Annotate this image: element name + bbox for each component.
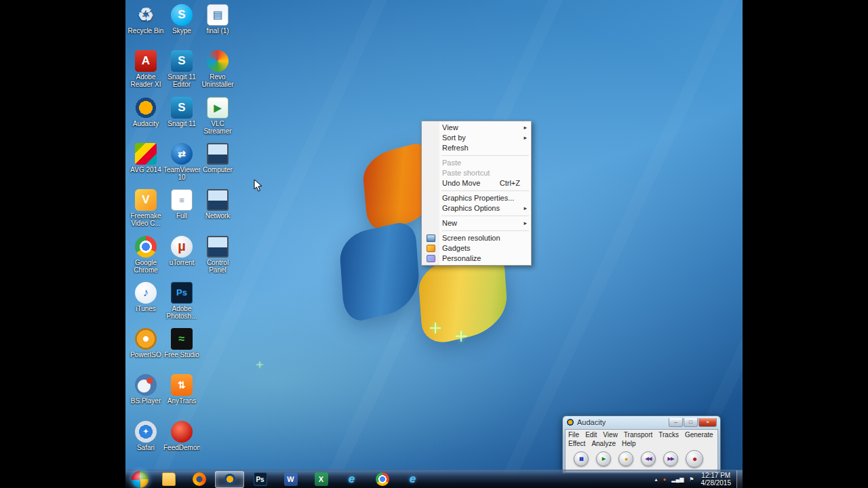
audacity-menubar: FileEditViewTransportTracksGenerateEffec… — [566, 430, 717, 448]
taskbar: PsWXee ▴●▂▄▆⚑ 12:17 PM 4/28/2015 — [125, 470, 743, 488]
desktop-icon-label: Recycle Bin — [127, 27, 164, 35]
desktop-icon-vlc-streamer-helper[interactable]: ▶VLC Streamer Helper — [199, 97, 236, 136]
audacity-titlebar[interactable]: Audacity –□× — [563, 416, 720, 428]
menu-item-view[interactable]: View▸ — [422, 123, 531, 133]
taskbar-photoshop[interactable]: Ps — [245, 471, 275, 488]
desktop-icon-adobe-reader-xi[interactable]: AAdobe Reader XI — [127, 50, 164, 88]
menu-separator — [441, 230, 529, 231]
desktop-icon-label: Snagit 11 — [163, 120, 200, 127]
tray-network-icon[interactable]: ▂▄▆ — [671, 476, 684, 483]
audacity-menu-effect[interactable]: Effect — [568, 439, 585, 448]
desktop-icon-skype[interactable]: SSkype — [163, 4, 200, 35]
taskbar-windows-explorer[interactable] — [154, 471, 183, 488]
audacity-menu-generate[interactable]: Generate — [685, 430, 713, 439]
minimize-button[interactable]: – — [669, 418, 683, 427]
desktop-icon-label: BS.Player — [127, 397, 164, 405]
desktop-icon-google-chrome[interactable]: Google Chrome — [127, 236, 164, 274]
audacity-menu-view[interactable]: View — [603, 430, 618, 439]
menu-item-undo-move[interactable]: Undo MoveCtrl+Z — [422, 178, 531, 188]
desktop-icon-full[interactable]: ≡Full — [163, 189, 200, 220]
desktop-icon-bs-player[interactable]: BS.Player — [127, 374, 164, 405]
skype-icon: S — [171, 4, 193, 26]
desktop-icon-final-1[interactable]: ▤final (1) — [199, 4, 236, 35]
pause-button[interactable]: ▮▮ — [574, 451, 589, 466]
audacity-menu-transport[interactable]: Transport — [624, 430, 652, 439]
document-icon: ≡ — [171, 189, 193, 211]
desktop-icon-safari[interactable]: ✦Safari — [127, 421, 164, 451]
desktop-icon-adobe-photosh[interactable]: PsAdobe Photosh... — [163, 282, 200, 320]
taskbar-internet-explorer[interactable]: e — [337, 471, 366, 488]
desktop-icon-label: AVG 2014 — [127, 166, 164, 174]
window-controls: –□× — [668, 418, 717, 427]
menu-item-refresh[interactable]: Refresh — [422, 143, 531, 153]
menu-item-label: Paste shortcut — [442, 168, 531, 178]
desktop-icon-label: Adobe Reader XI — [127, 73, 164, 88]
audacity-window[interactable]: Audacity –□× FileEditViewTransportTracks… — [562, 415, 721, 474]
stop-button[interactable]: ■ — [618, 451, 633, 466]
desktop-icon-control-panel[interactable]: Control Panel — [199, 236, 236, 274]
menu-item-graphics-properties[interactable]: Graphics Properties... — [422, 193, 531, 203]
audacity-menu-file[interactable]: File — [568, 430, 579, 439]
taskbar-audacity[interactable] — [215, 471, 244, 488]
record-button[interactable]: ● — [686, 450, 703, 468]
taskbar-excel[interactable]: X — [307, 471, 336, 488]
audacity-menu-edit[interactable]: Edit — [585, 430, 597, 439]
desktop-icon-teamviewer-10[interactable]: ⇄TeamViewer 10 — [163, 143, 200, 181]
revo-uninstaller-icon — [207, 50, 229, 72]
freemake-icon: V — [135, 189, 157, 211]
skip-start-button[interactable]: ◀◀ — [641, 451, 656, 466]
play-button[interactable]: ▶ — [596, 451, 611, 466]
menu-item-graphics-options[interactable]: Graphics Options▸ — [422, 203, 531, 214]
audacity-app-icon — [566, 418, 574, 426]
desktop-icon-network[interactable]: Network — [199, 189, 236, 220]
desktop-icon-freemake-video-c[interactable]: VFreemake Video C... — [127, 189, 164, 227]
close-button[interactable]: × — [698, 418, 717, 427]
menu-item-label: View — [442, 123, 531, 133]
desktop-icon-feeddemon[interactable]: FeedDemon — [163, 421, 200, 451]
vlc-streamer-icon: ▶ — [207, 97, 229, 119]
tray-antivirus-status-icon[interactable]: ● — [663, 476, 667, 483]
desktop-icon-recycle-bin[interactable]: ♻Recycle Bin — [127, 4, 164, 35]
desktop-icon-utorrent[interactable]: µuTorrent — [163, 236, 200, 266]
menu-item-label: Graphics Properties... — [442, 193, 531, 203]
network-icon — [207, 189, 229, 211]
desktop-icon-label: Snagit 11 Editor — [163, 73, 200, 88]
desktop-icon-computer[interactable]: Computer — [199, 143, 236, 174]
anytrans-icon: ⇅ — [171, 374, 193, 396]
desktop-icon-free-studio[interactable]: ≈Free Studio — [163, 328, 200, 359]
start-button[interactable] — [132, 471, 149, 488]
excel-icon: X — [315, 472, 328, 486]
desktop-icon-poweriso[interactable]: PowerISO — [127, 328, 164, 359]
audacity-menu-tracks[interactable]: Tracks — [658, 430, 679, 439]
menu-item-gadgets[interactable]: Gadgets — [422, 243, 531, 253]
menu-item-new[interactable]: New▸ — [422, 218, 531, 228]
taskbar-internet-explorer-2[interactable]: e — [398, 471, 427, 488]
skip-end-button[interactable]: ▶▶ — [663, 451, 678, 466]
menu-item-sort-by[interactable]: Sort by▸ — [422, 133, 531, 143]
desktop-icon-snagit-11[interactable]: SSnagit 11 — [163, 97, 200, 127]
taskbar-word[interactable]: W — [276, 471, 305, 488]
maximize-button[interactable]: □ — [684, 418, 698, 427]
menu-item-paste: Paste — [422, 158, 531, 168]
tray-hidden-icons-icon[interactable]: ▴ — [654, 476, 657, 483]
itunes-icon: ♪ — [135, 282, 157, 304]
menu-item-personalize[interactable]: Personalize — [422, 253, 531, 264]
menu-item-label: Sort by — [442, 133, 531, 143]
desktop-icon-snagit-11-editor[interactable]: SSnagit 11 Editor — [163, 50, 200, 88]
desktop-icon-revo-uninstaller[interactable]: Revo Uninstaller — [199, 50, 236, 88]
desktop-icon-avg-2014[interactable]: AVG 2014 — [127, 143, 164, 174]
taskbar-firefox[interactable] — [184, 471, 214, 488]
menu-item-screen-resolution[interactable]: Screen resolution — [422, 233, 531, 243]
desktop-icon-itunes[interactable]: ♪iTunes — [127, 282, 164, 312]
desktop-icon-audacity[interactable]: Audacity — [127, 97, 164, 127]
audacity-menu-analyze[interactable]: Analyze — [591, 439, 616, 448]
desktop-icon-anytrans[interactable]: ⇅AnyTrans — [163, 374, 200, 405]
audacity-menu-help[interactable]: Help — [622, 439, 636, 448]
tray-icons: ▴●▂▄▆⚑ — [652, 476, 696, 483]
avg-antivirus-icon — [135, 143, 157, 165]
show-desktop-button[interactable] — [736, 470, 743, 488]
taskbar-chrome[interactable] — [368, 471, 397, 488]
menu-item-paste-shortcut: Paste shortcut — [422, 168, 531, 178]
tray-action-center-icon[interactable]: ⚑ — [689, 476, 694, 483]
taskbar-clock[interactable]: 12:17 PM 4/28/2015 — [701, 472, 732, 487]
